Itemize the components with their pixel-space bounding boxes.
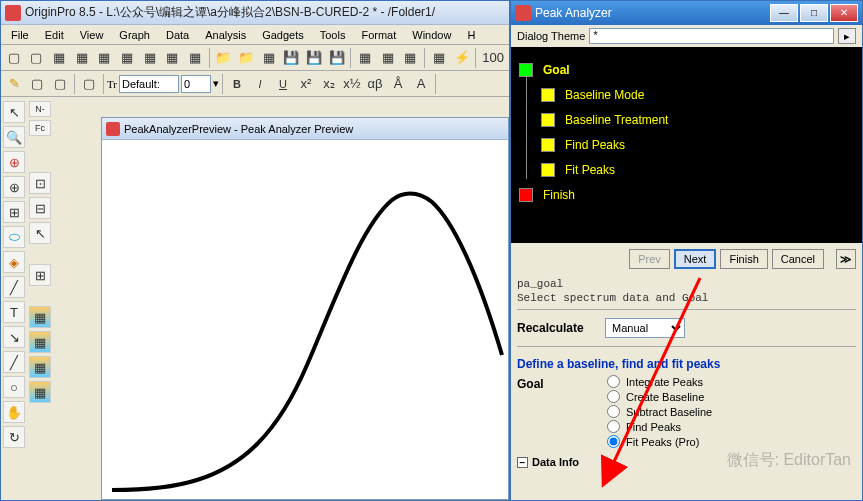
font-name-input[interactable]	[119, 75, 179, 93]
reader-tool-icon[interactable]: ⊕	[3, 151, 25, 173]
expand-icon[interactable]: −	[517, 457, 528, 468]
menu-tools[interactable]: Tools	[312, 27, 354, 43]
tree-step-baseline-mode[interactable]: Baseline Mode	[541, 82, 854, 107]
data-selector-icon[interactable]: ⊞	[3, 201, 25, 223]
scale-out-icon[interactable]: ⊟	[29, 197, 51, 219]
save-icon[interactable]: 💾	[280, 47, 302, 69]
radio-subtract-baseline[interactable]: Subtract Baseline	[607, 405, 712, 418]
scale-in-icon[interactable]: ⊡	[29, 172, 51, 194]
menu-analysis[interactable]: Analysis	[197, 27, 254, 43]
recalculate-select[interactable]: Manual	[605, 318, 685, 338]
menu-data[interactable]: Data	[158, 27, 197, 43]
help-collapse-icon[interactable]: ≫	[836, 249, 856, 269]
rescale-icon[interactable]: ⊞	[29, 264, 51, 286]
finish-button[interactable]: Finish	[720, 249, 767, 269]
copy-format-icon[interactable]: ▢	[26, 73, 48, 95]
rotate-icon[interactable]: ↻	[3, 426, 25, 448]
duplicate-icon[interactable]: ▢	[78, 73, 100, 95]
line-tool-icon[interactable]: ╱	[3, 351, 25, 373]
new-notes-icon[interactable]: ▦	[161, 47, 183, 69]
new-function-icon[interactable]: ▦	[184, 47, 206, 69]
region-data-icon[interactable]: ✋	[3, 401, 25, 423]
template3-icon[interactable]: ▦	[29, 356, 51, 378]
save-template-icon[interactable]: 💾	[303, 47, 325, 69]
font-decrease-icon[interactable]: A	[410, 73, 432, 95]
region-tool-icon[interactable]: ◈	[3, 251, 25, 273]
radio-fit-input[interactable]	[607, 435, 620, 448]
open-icon[interactable]: 📁	[213, 47, 235, 69]
text-tool-icon[interactable]: T	[3, 301, 25, 323]
new-matrix-icon[interactable]: ▦	[116, 47, 138, 69]
import-multi-icon[interactable]: ▦	[400, 47, 422, 69]
mask-tool-icon[interactable]: ⬭	[3, 226, 25, 248]
save-window-icon[interactable]: 💾	[326, 47, 348, 69]
maximize-button[interactable]: □	[800, 4, 828, 22]
menu-view[interactable]: View	[72, 27, 112, 43]
tree-step-baseline-treatment[interactable]: Baseline Treatment	[541, 107, 854, 132]
dialog-theme-input[interactable]	[589, 28, 834, 44]
tree-step-find-peaks[interactable]: Find Peaks	[541, 132, 854, 157]
menu-graph[interactable]: Graph	[111, 27, 158, 43]
template4-icon[interactable]: ▦	[29, 381, 51, 403]
tree-step-goal[interactable]: Goal	[519, 57, 854, 82]
new-col-icon[interactable]: N-	[29, 101, 51, 117]
superscript-icon[interactable]: x²	[295, 73, 317, 95]
greek-icon[interactable]: αβ	[364, 73, 386, 95]
tree-step-finish[interactable]: Finish	[519, 182, 854, 207]
annotation-icon[interactable]: ✎	[3, 73, 25, 95]
open-template-icon[interactable]: 📁	[235, 47, 257, 69]
radio-subtract-input[interactable]	[607, 405, 620, 418]
rect-tool-icon[interactable]: ○	[3, 376, 25, 398]
font-increase-icon[interactable]: Å	[387, 73, 409, 95]
paste-format-icon[interactable]: ▢	[49, 73, 71, 95]
radio-create-baseline[interactable]: Create Baseline	[607, 390, 712, 403]
arrow-tool-icon[interactable]: ↘	[3, 326, 25, 348]
subscript-icon[interactable]: x₂	[318, 73, 340, 95]
new-workbook-icon[interactable]: ▦	[48, 47, 70, 69]
font-size-dropdown-icon[interactable]: ▾	[213, 77, 219, 90]
menu-window[interactable]: Window	[404, 27, 459, 43]
dialog-theme-dropdown-icon[interactable]: ▸	[838, 28, 856, 44]
new-folder-icon[interactable]: ▢	[26, 47, 48, 69]
open-excel-icon[interactable]: ▦	[258, 47, 280, 69]
import-wizard-icon[interactable]: ▦	[354, 47, 376, 69]
menu-gadgets[interactable]: Gadgets	[254, 27, 312, 43]
draw-data-icon[interactable]: ╱	[3, 276, 25, 298]
bold-icon[interactable]: B	[226, 73, 248, 95]
menu-file[interactable]: File	[3, 27, 37, 43]
supersub-icon[interactable]: x½	[341, 73, 363, 95]
new-layout-icon[interactable]: ▦	[139, 47, 161, 69]
menu-format[interactable]: Format	[353, 27, 404, 43]
font-size-input[interactable]	[181, 75, 211, 93]
screen-reader-icon[interactable]: ⊕	[3, 176, 25, 198]
recalculate-icon[interactable]: ⚡	[451, 47, 473, 69]
tree-step-fit-peaks[interactable]: Fit Peaks	[541, 157, 854, 182]
preview-titlebar[interactable]: PeakAnalyzerPreview - Peak Analyzer Prev…	[102, 118, 508, 140]
minimize-button[interactable]: —	[770, 4, 798, 22]
data-info-row[interactable]: − Data Info	[517, 448, 856, 468]
format-col-icon[interactable]: Fc	[29, 120, 51, 136]
zoom-value[interactable]: 100	[479, 47, 507, 69]
italic-icon[interactable]: I	[249, 73, 271, 95]
underline-icon[interactable]: U	[272, 73, 294, 95]
pointer-tool-icon[interactable]: ↖	[3, 101, 25, 123]
menu-edit[interactable]: Edit	[37, 27, 72, 43]
close-button[interactable]: ✕	[830, 4, 858, 22]
radio-integrate-peaks[interactable]: Integrate Peaks	[607, 375, 712, 388]
new-graph-icon[interactable]: ▦	[94, 47, 116, 69]
template2-icon[interactable]: ▦	[29, 331, 51, 353]
radio-integrate-input[interactable]	[607, 375, 620, 388]
radio-fit-peaks-pro[interactable]: Fit Peaks (Pro)	[607, 435, 712, 448]
import-single-icon[interactable]: ▦	[377, 47, 399, 69]
radio-create-input[interactable]	[607, 390, 620, 403]
radio-find-peaks[interactable]: Find Peaks	[607, 420, 712, 433]
new-excel-icon[interactable]: ▦	[71, 47, 93, 69]
cancel-button[interactable]: Cancel	[772, 249, 824, 269]
menu-help[interactable]: H	[459, 27, 483, 43]
template1-icon[interactable]: ▦	[29, 306, 51, 328]
pa-titlebar[interactable]: Peak Analyzer — □ ✕	[511, 1, 862, 25]
pointer2-icon[interactable]: ↖	[29, 222, 51, 244]
prev-button[interactable]: Prev	[629, 249, 670, 269]
batch-icon[interactable]: ▦	[428, 47, 450, 69]
radio-find-input[interactable]	[607, 420, 620, 433]
